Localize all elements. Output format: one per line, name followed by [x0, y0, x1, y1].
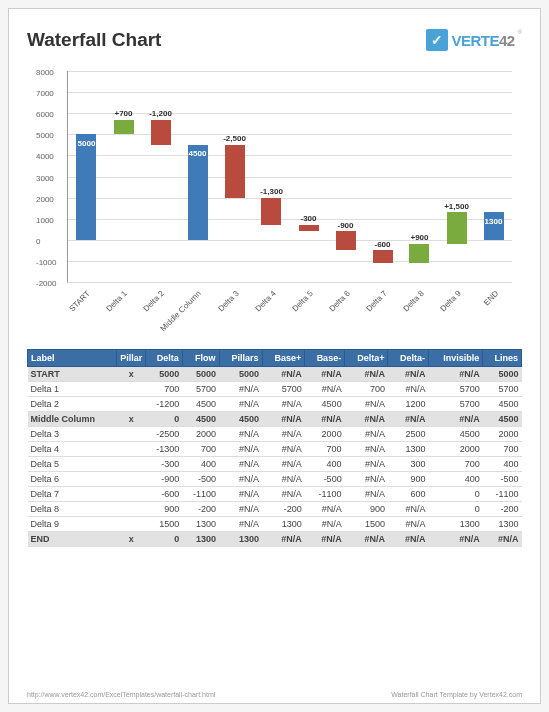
- cell: #N/A: [262, 367, 305, 382]
- col-header: Lines: [483, 350, 522, 367]
- cell: #N/A: [428, 412, 482, 427]
- cell: #N/A: [305, 517, 345, 532]
- cell: #N/A: [345, 367, 388, 382]
- cell: [117, 517, 146, 532]
- cell: 300: [388, 457, 428, 472]
- cell: -1300: [146, 442, 183, 457]
- cell: -500: [182, 472, 219, 487]
- y-tick: 2000: [36, 194, 54, 203]
- cell: 1300: [428, 517, 482, 532]
- cell: #N/A: [388, 367, 428, 382]
- cell: -300: [146, 457, 183, 472]
- cell: 5700: [483, 382, 522, 397]
- y-tick: -1000: [36, 257, 56, 266]
- bar-label: -1,300: [260, 187, 283, 196]
- cell: -1200: [146, 397, 183, 412]
- registered-icon: ®: [518, 29, 522, 35]
- bar-label: -900: [337, 221, 353, 230]
- waterfall-chart: -2000-1000010002000300040005000600070008…: [33, 65, 516, 325]
- cell: #N/A: [483, 532, 522, 547]
- cell: #N/A: [262, 442, 305, 457]
- page-title: Waterfall Chart: [27, 29, 161, 51]
- bar-label: 1300: [485, 217, 503, 226]
- cell: 2000: [428, 442, 482, 457]
- bar-label: +700: [114, 109, 132, 118]
- cell: 5700: [428, 397, 482, 412]
- cell: #N/A: [262, 397, 305, 412]
- table-row: Delta 6-900-500#N/A#N/A-500#N/A900400-50…: [28, 472, 522, 487]
- cell: [117, 397, 146, 412]
- cell: #N/A: [305, 502, 345, 517]
- col-header: Delta-: [388, 350, 428, 367]
- cell: 5700: [262, 382, 305, 397]
- header: Waterfall Chart ✓ VERTE42 ®: [27, 29, 522, 51]
- cell: 1300: [182, 532, 219, 547]
- cell: 0: [146, 532, 183, 547]
- y-tick: 3000: [36, 173, 54, 182]
- cell: -1100: [483, 487, 522, 502]
- cell: #N/A: [262, 427, 305, 442]
- table-row: Delta 4-1300700#N/A#N/A700#N/A1300200070…: [28, 442, 522, 457]
- x-tick: Delta 5: [290, 289, 314, 313]
- cell: 700: [305, 442, 345, 457]
- cell: x: [117, 412, 146, 427]
- col-header: Base-: [305, 350, 345, 367]
- cell: 2000: [182, 427, 219, 442]
- cell: 1300: [483, 517, 522, 532]
- cell: 400: [305, 457, 345, 472]
- x-tick: Middle Column: [159, 289, 203, 333]
- cell: 4500: [305, 397, 345, 412]
- cell: [117, 427, 146, 442]
- cell: 5000: [219, 367, 262, 382]
- cell: Middle Column: [28, 412, 117, 427]
- cell: 700: [345, 382, 388, 397]
- y-tick: 8000: [36, 68, 54, 77]
- cell: [117, 442, 146, 457]
- col-header: Delta: [146, 350, 183, 367]
- cell: #N/A: [345, 472, 388, 487]
- table-row: Middle Columnx045004500#N/A#N/A#N/A#N/A#…: [28, 412, 522, 427]
- cell: #N/A: [345, 412, 388, 427]
- y-tick: 6000: [36, 110, 54, 119]
- cell: #N/A: [345, 532, 388, 547]
- bar-delta-1: [114, 120, 134, 135]
- cell: -200: [182, 502, 219, 517]
- x-tick: Delta 3: [216, 289, 240, 313]
- cell: -1100: [182, 487, 219, 502]
- col-header: Flow: [182, 350, 219, 367]
- cell: 1500: [146, 517, 183, 532]
- bar-delta-4: [261, 198, 281, 225]
- cell: #N/A: [345, 397, 388, 412]
- bar-label: -600: [374, 240, 390, 249]
- cell: 0: [428, 487, 482, 502]
- table-row: STARTx500050005000#N/A#N/A#N/A#N/A#N/A50…: [28, 367, 522, 382]
- cell: 5000: [483, 367, 522, 382]
- footer: http://www.vertex42.com/ExcelTemplates/w…: [27, 691, 522, 698]
- cell: #N/A: [428, 532, 482, 547]
- cell: 5700: [182, 382, 219, 397]
- bar-delta-2: [151, 120, 171, 145]
- cell: 0: [428, 502, 482, 517]
- cell: #N/A: [262, 412, 305, 427]
- cell: 1500: [345, 517, 388, 532]
- cell: [117, 502, 146, 517]
- table-row: Delta 915001300#N/A1300#N/A1500#N/A13001…: [28, 517, 522, 532]
- cell: Delta 4: [28, 442, 117, 457]
- cell: -500: [483, 472, 522, 487]
- brand-logo: ✓ VERTE42 ®: [426, 29, 522, 51]
- col-header: Delta+: [345, 350, 388, 367]
- bar-delta-9: [447, 212, 467, 244]
- cell: 4500: [483, 397, 522, 412]
- cell: #N/A: [219, 457, 262, 472]
- cell: 900: [146, 502, 183, 517]
- cell: 400: [182, 457, 219, 472]
- cell: #N/A: [305, 532, 345, 547]
- cell: #N/A: [219, 502, 262, 517]
- x-tick: END: [482, 289, 500, 307]
- cell: #N/A: [345, 442, 388, 457]
- cell: 1200: [388, 397, 428, 412]
- cell: #N/A: [345, 457, 388, 472]
- x-tick: Delta 6: [327, 289, 351, 313]
- x-tick: Delta 4: [253, 289, 277, 313]
- cell: 5000: [182, 367, 219, 382]
